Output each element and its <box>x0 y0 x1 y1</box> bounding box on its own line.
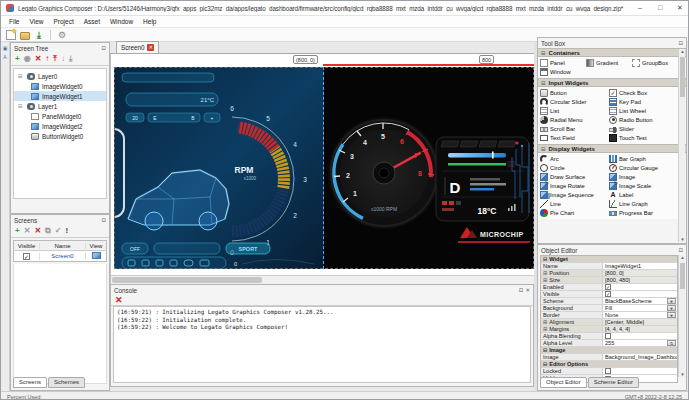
collapse-icon[interactable]: ⊟ <box>18 73 24 79</box>
pin-icon[interactable]: ⊡ <box>101 217 106 223</box>
new-project-icon[interactable] <box>6 30 16 40</box>
expand-icon[interactable]: ⊞ <box>543 326 547 332</box>
scroll-up-icon[interactable]: ▲ <box>679 255 686 260</box>
toolbox-item-checkbox[interactable]: ✓Check Box <box>609 88 678 97</box>
toolbox-item-circular-slider[interactable]: Circular Slider <box>540 97 609 106</box>
toolbox-item-scroll-bar[interactable]: Scroll Bar <box>540 124 609 133</box>
tab-scheme-editor[interactable]: Scheme Editor <box>588 377 639 388</box>
clear-console-button[interactable]: ✕ <box>115 294 123 306</box>
tab-screen0[interactable]: Screen0 ✕ <box>116 41 159 53</box>
tree-item-panelwidget0[interactable]: PanelWidget0 <box>14 111 106 121</box>
expand-icon[interactable]: ⊞ <box>543 319 547 325</box>
toolbox-item-slider[interactable]: Slider <box>609 124 678 133</box>
collapse-icon[interactable]: ⊟ <box>543 361 547 367</box>
delete-widget-button[interactable]: ✕ <box>35 53 42 65</box>
menu-file[interactable]: File <box>4 16 24 27</box>
screen-row[interactable]: ✓ Screen0 <box>14 251 106 261</box>
toolbox-item-progress-bar[interactable]: Progress Bar <box>609 208 678 217</box>
scheme-select-button[interactable]: ▼ <box>667 298 676 304</box>
toolbox-item-keypad[interactable]: Key Pad <box>609 97 678 106</box>
toolbox-item-list[interactable]: List <box>540 106 609 115</box>
move-up-button[interactable]: ↑ <box>45 53 49 65</box>
object-editor-scrollbar[interactable]: ▲ ▼ <box>678 255 685 377</box>
toolbox-item-line-graph[interactable]: Line Graph <box>609 199 678 208</box>
collapse-icon[interactable]: ⊟ <box>543 347 547 353</box>
property-size[interactable]: ⊞Size [800, 480] <box>541 277 677 284</box>
canvas-horizontal-scrollbar[interactable] <box>111 275 534 284</box>
tree-item-layer1[interactable]: ⊟ Layer1 <box>14 101 106 111</box>
toolbox-item-radio-button[interactable]: Radio Button <box>609 115 678 124</box>
visible-checkbox[interactable]: ✓ <box>605 291 611 297</box>
scrollbar-thumb[interactable] <box>680 263 685 289</box>
toolbox-item-line[interactable]: Line <box>540 199 609 208</box>
property-margins[interactable]: ⊞Margins [4, 4, 4, 4] <box>541 326 677 333</box>
property-scheme[interactable]: Scheme BlackBaseScheme▼ <box>541 298 677 305</box>
collapse-icon[interactable]: ⊟ <box>541 146 546 152</box>
tree-item-imagewidget0[interactable]: ImageWidget0 <box>14 81 106 91</box>
tab-object-editor[interactable]: Object Editor <box>540 377 587 388</box>
scroll-down-icon[interactable]: ▼ <box>679 237 686 242</box>
toolbox-item-touch-test[interactable]: Touch Test <box>609 133 678 142</box>
toolbox-item-button[interactable]: Button <box>540 88 609 97</box>
toolbox-item-panel[interactable]: Panel <box>540 58 586 67</box>
collapse-icon[interactable]: ⊟ <box>18 103 24 109</box>
image-widget0-preview[interactable]: 21°C 20 E B + <box>114 67 324 269</box>
property-position[interactable]: ⊞Position [800, 0] <box>541 270 677 277</box>
console-log[interactable]: (16:59:21) : Initializing Legato Graphic… <box>113 306 531 383</box>
delete-screen-button[interactable]: ✕ <box>34 225 41 237</box>
toolbox-item-window[interactable]: Window <box>540 67 586 76</box>
expand-icon[interactable]: ⊞ <box>543 277 547 283</box>
tree-item-layer0[interactable]: ⊟ Layer0 <box>14 71 106 81</box>
expand-icon[interactable]: ⊞ <box>543 270 547 276</box>
property-section-image[interactable]: ⊟Image <box>541 347 677 354</box>
section-containers[interactable]: ⊟ Containers <box>538 48 686 57</box>
open-project-icon[interactable] <box>20 32 30 40</box>
pin-icon[interactable]: ⊡ <box>101 45 106 51</box>
pin-icon[interactable]: ⊡ <box>678 40 683 46</box>
property-enabled[interactable]: Enabled ✓ <box>541 284 677 291</box>
property-alignment[interactable]: ⊞Alignment [Center, Middle] <box>541 319 677 326</box>
settings-gear-icon[interactable]: ⚙ <box>57 30 67 40</box>
dropdown-icon[interactable]: ▼ <box>667 305 676 311</box>
property-name[interactable]: Name ImageWidget1 <box>541 263 677 270</box>
spinner-icon[interactable]: ⇅ <box>667 340 676 346</box>
scroll-up-icon[interactable]: ▲ <box>679 49 686 54</box>
scrollbar-thumb[interactable] <box>680 57 685 97</box>
toolbox-item-text-field[interactable]: Text Field <box>540 133 609 142</box>
image-widget1-preview-selected[interactable]: 1 2 3 4 5 6 7 8 x1000 RPM <box>324 67 534 269</box>
property-section-widget[interactable]: ⊟Widget <box>541 256 677 263</box>
toolbox-item-image-scale[interactable]: Image Scale <box>609 181 678 190</box>
toolbox-item-gradient[interactable]: Gradient <box>586 58 632 67</box>
toolbox-item-image[interactable]: Image <box>609 172 678 181</box>
menu-asset[interactable]: Asset <box>79 16 105 27</box>
tab-schemes[interactable]: Schemes <box>48 377 85 388</box>
screen-visible-checkbox[interactable]: ✓ <box>23 253 30 260</box>
dropdown-icon[interactable]: ▼ <box>667 312 676 318</box>
menu-project[interactable]: Project <box>48 16 78 27</box>
collapse-icon[interactable]: ⊟ <box>541 80 546 86</box>
enabled-checkbox[interactable]: ✓ <box>605 284 611 290</box>
remove-screen-button[interactable]: ✕ <box>24 225 31 237</box>
close-button[interactable]: ✕ <box>670 1 689 15</box>
collapse-icon[interactable]: ⊟ <box>541 50 546 56</box>
move-to-bottom-button[interactable]: ⤓ <box>69 53 73 65</box>
section-display-widgets[interactable]: ⊟ Display Widgets <box>538 144 686 153</box>
alpha-blending-checkbox[interactable] <box>605 333 611 339</box>
toolbox-item-image-sequence[interactable]: Image Sequence <box>540 190 609 199</box>
save-icon[interactable]: ⤓ <box>34 30 44 40</box>
screen-warnings-button[interactable]: ! <box>66 225 69 237</box>
tab-screens[interactable]: Screens <box>13 377 47 388</box>
toggle-visibility-button[interactable]: ◉ <box>24 53 31 65</box>
property-visible[interactable]: Visible ✓ <box>541 291 677 298</box>
menu-view[interactable]: View <box>24 16 48 27</box>
locked-checkbox[interactable] <box>605 368 611 374</box>
toolbox-item-circular-gauge[interactable]: Circular Gauge <box>609 163 678 172</box>
pin-icon[interactable]: ⊡ <box>519 287 524 293</box>
menu-window[interactable]: Window <box>105 16 138 27</box>
minimize-button[interactable]: – <box>630 1 650 15</box>
property-border[interactable]: Border None▼ <box>541 312 677 319</box>
property-alpha-level[interactable]: Alpha Level 255⇅ <box>541 340 677 347</box>
property-alpha-blending[interactable]: Alpha Blending <box>541 333 677 340</box>
section-input-widgets[interactable]: ⊟ Input Widgets <box>538 78 686 87</box>
screen-view-icon[interactable] <box>92 252 101 259</box>
